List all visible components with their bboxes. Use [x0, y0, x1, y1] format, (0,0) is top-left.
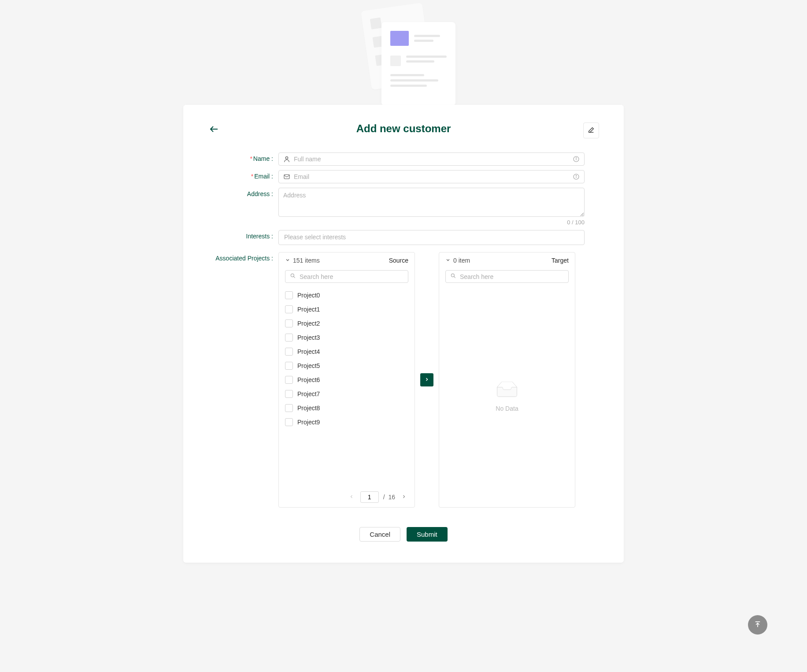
checkbox[interactable]: [285, 305, 293, 313]
chevron-right-icon: [424, 376, 429, 383]
checkbox[interactable]: [285, 376, 293, 384]
svg-point-2: [285, 157, 288, 159]
search-icon: [290, 273, 296, 280]
form-card: Add new customer *Name :: [183, 105, 624, 563]
transfer-move-right[interactable]: [420, 373, 433, 386]
svg-line-11: [293, 276, 295, 278]
target-count: 0 item: [453, 257, 470, 264]
transfer-item[interactable]: Project4: [285, 345, 408, 359]
transfer-item[interactable]: Project0: [285, 288, 408, 302]
empty-text: No Data: [496, 405, 518, 412]
checkbox[interactable]: [285, 362, 293, 370]
target-search-input[interactable]: [460, 273, 564, 280]
transfer-item[interactable]: Project5: [285, 359, 408, 373]
chevron-down-icon[interactable]: [285, 257, 290, 264]
chevron-down-icon[interactable]: [445, 257, 451, 264]
interests-select[interactable]: Please select interests: [278, 230, 585, 245]
checkbox[interactable]: [285, 319, 293, 327]
submit-button[interactable]: Submit: [407, 527, 448, 542]
name-label: *Name :: [208, 152, 278, 162]
page-prev[interactable]: [347, 493, 356, 501]
checkbox[interactable]: [285, 334, 293, 342]
transfer-item[interactable]: Project1: [285, 302, 408, 316]
transfer-item-label: Project6: [297, 376, 320, 383]
transfer-item-label: Project7: [297, 390, 320, 397]
transfer-target: 0 item Target: [439, 252, 575, 508]
page-sep: / 16: [383, 494, 395, 501]
interests-label: Interests :: [208, 230, 278, 240]
name-input[interactable]: [294, 156, 569, 163]
to-top-icon: [754, 620, 762, 630]
transfer-item[interactable]: Project6: [285, 373, 408, 387]
empty-icon: [493, 382, 521, 401]
search-icon: [450, 273, 456, 280]
header-illustration: [0, 4, 807, 97]
checkbox[interactable]: [285, 348, 293, 356]
svg-point-12: [451, 274, 454, 277]
svg-line-13: [454, 276, 455, 278]
transfer-item-label: Project9: [297, 419, 320, 426]
cancel-button[interactable]: Cancel: [359, 527, 400, 542]
email-input[interactable]: [294, 173, 569, 180]
address-counter: 0 / 100: [278, 219, 585, 226]
svg-point-9: [576, 175, 576, 176]
svg-rect-6: [284, 174, 289, 178]
svg-point-5: [576, 158, 576, 158]
projects-label: Associated Projects :: [208, 252, 278, 262]
transfer-source: 151 items Source Project0Project1Project…: [278, 252, 415, 508]
source-search-input[interactable]: [300, 273, 404, 280]
transfer-item-label: Project0: [297, 292, 320, 299]
checkbox[interactable]: [285, 418, 293, 426]
page-next[interactable]: [400, 493, 408, 501]
address-textarea[interactable]: [278, 188, 585, 217]
transfer-item[interactable]: Project8: [285, 401, 408, 415]
checkbox[interactable]: [285, 390, 293, 398]
transfer-item-label: Project1: [297, 306, 320, 313]
transfer-item[interactable]: Project3: [285, 330, 408, 345]
source-title: Source: [389, 257, 408, 264]
source-count: 151 items: [293, 257, 320, 264]
transfer-item-label: Project8: [297, 405, 320, 412]
checkbox[interactable]: [285, 291, 293, 299]
target-title: Target: [552, 257, 569, 264]
edit-icon: [588, 126, 595, 135]
transfer-item-label: Project2: [297, 320, 320, 327]
page-input[interactable]: [360, 491, 379, 503]
edit-button[interactable]: [583, 123, 599, 138]
checkbox[interactable]: [285, 404, 293, 412]
page-title: Add new customer: [356, 123, 451, 135]
back-button[interactable]: [208, 123, 220, 136]
back-to-top-button[interactable]: [748, 615, 767, 635]
email-label: *Email :: [208, 170, 278, 180]
transfer-item-label: Project4: [297, 348, 320, 355]
info-icon[interactable]: [573, 173, 580, 180]
user-icon: [283, 156, 290, 163]
transfer-item[interactable]: Project7: [285, 387, 408, 401]
svg-point-10: [291, 274, 294, 277]
transfer-item-label: Project5: [297, 362, 320, 369]
mail-icon: [283, 173, 290, 180]
transfer-item[interactable]: Project2: [285, 316, 408, 330]
arrow-left-icon: [209, 124, 219, 136]
info-icon[interactable]: [573, 156, 580, 163]
transfer-item-label: Project3: [297, 334, 320, 341]
transfer-item[interactable]: Project9: [285, 415, 408, 429]
address-label: Address :: [208, 188, 278, 197]
